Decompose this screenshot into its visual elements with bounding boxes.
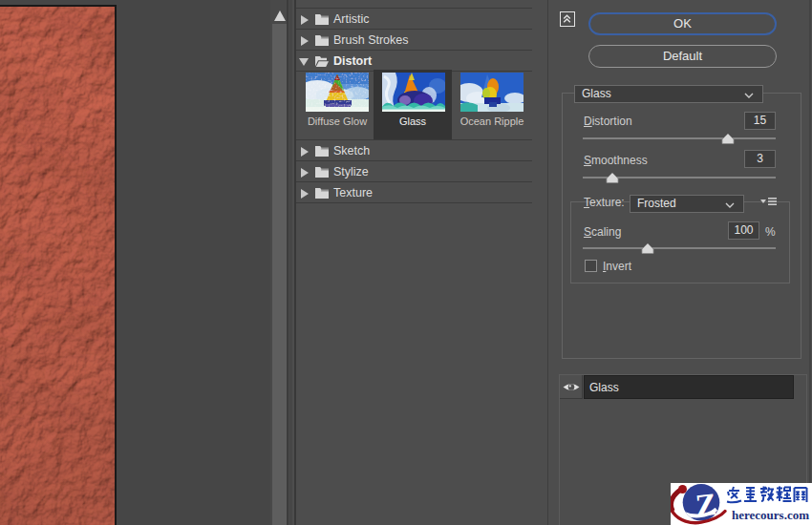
svg-text:Z: Z bbox=[694, 487, 718, 523]
svg-text:herecours.com: herecours.com bbox=[732, 508, 809, 522]
